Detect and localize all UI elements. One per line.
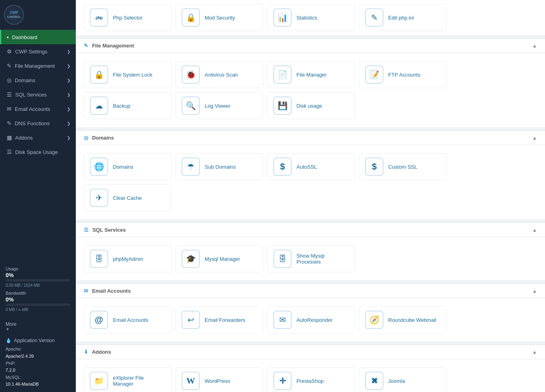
tile-label: Mysql Manager — [205, 256, 240, 262]
tile-file-system-lock[interactable]: 🔒 File System Lock — [84, 61, 172, 88]
tile-roundcube[interactable]: 🧭 Roundcube Webmail — [359, 306, 447, 333]
tile-autoresponder[interactable]: ✉ AutoResponder — [267, 306, 355, 333]
logo-area: CWPCONTROL — [0, 0, 76, 30]
usage-label: Usage — [6, 266, 70, 271]
tile-custom-ssl[interactable]: $ Custom SSL — [359, 153, 447, 180]
sidebar-item-sql-services[interactable]: ☰ SQL Services ❯ — [0, 87, 76, 102]
tile-label: Log Viewer — [205, 103, 231, 109]
tile-ftp-accounts[interactable]: 📝 FTP Accounts — [359, 61, 447, 88]
tile-phpmyadmin[interactable]: 🗄 phpMyAdmin — [84, 245, 172, 272]
sidebar-item-label: File Management — [15, 63, 55, 69]
tile-edit-phpini[interactable]: ✎ Edit php.ini — [359, 4, 447, 31]
main-content: php Php Selector 🔒 Mod Security 📊 Statis… — [76, 0, 545, 392]
ftp-accounts-icon: 📝 — [365, 65, 383, 84]
php-label: PHP: — [6, 360, 70, 367]
drop-icon: 💧 — [6, 338, 12, 343]
email-accounts-section-body: @ Email Accounts ↩ Email Forwarders ✉ Au… — [76, 298, 545, 343]
wordpress-icon: W — [182, 372, 200, 390]
custom-ssl-icon: $ — [365, 158, 383, 176]
tile-wordpress[interactable]: W WordPress — [176, 367, 263, 392]
file-management-section-header: ✎ File Management ▲ — [76, 38, 545, 53]
bandwidth-progress-bar — [6, 303, 70, 306]
tile-email-forwarders[interactable]: ↩ Email Forwarders — [176, 306, 263, 333]
tile-clear-cache[interactable]: ✈ Clear Cache — [84, 184, 172, 211]
chevron-icon: ❯ — [67, 78, 70, 83]
tile-php-selector[interactable]: php Php Selector — [84, 4, 172, 31]
mysql-value: 10.1.46-MariaDB — [6, 382, 39, 386]
top-tiles-row: php Php Selector 🔒 Mod Security 📊 Statis… — [76, 0, 545, 37]
sidebar-item-domains[interactable]: ◎ Domains ❯ — [0, 73, 76, 87]
tile-file-manager[interactable]: 📄 File Manager — [267, 61, 355, 88]
sidebar-item-email-accounts[interactable]: ✉ Email Accounts ❯ — [0, 102, 76, 116]
domains-section-body: 🌐 Domains ☂ Sub Domains $ AutoSSL $ Cust… — [76, 145, 545, 221]
email-accounts-section-header: ✉ Email Accounts ▲ — [76, 284, 545, 298]
sidebar-item-label: SQL Services — [15, 92, 47, 98]
more-label: More — [6, 321, 16, 327]
tile-log-viewer[interactable]: 🔍 Log Viewer — [176, 92, 263, 119]
tile-antivirus-scan[interactable]: 🐞 Antivirus Scan — [176, 61, 263, 88]
sidebar-item-label: Addons — [15, 135, 33, 141]
usage-value: 0% — [6, 272, 70, 278]
tile-prestashop[interactable]: ✛ PrestaShop — [267, 367, 355, 392]
show-mysql-icon: 🗄 — [273, 250, 292, 268]
tile-label: AutoSSL — [296, 164, 317, 170]
domains-collapse-button[interactable]: ▲ — [532, 135, 537, 141]
sql-collapse-button[interactable]: ▲ — [532, 227, 537, 233]
tile-statistics[interactable]: 📊 Statistics — [267, 4, 355, 31]
more-section[interactable]: More ▼ — [0, 319, 76, 334]
domains-icon: 🌐 — [90, 158, 108, 176]
tile-label: Antivirus Scan — [205, 72, 238, 78]
usage-progress-bar — [6, 279, 70, 282]
tile-extplorer[interactable]: 📁 eXtplorer File Manager — [84, 367, 172, 392]
tile-label: Domains — [113, 164, 133, 170]
addons-header-label: Addons — [92, 349, 111, 355]
joomla-icon: ✖ — [365, 372, 383, 390]
autoresponder-icon: ✉ — [273, 311, 292, 329]
file-management-section-body: 🔒 File System Lock 🐞 Antivirus Scan 📄 Fi… — [76, 53, 545, 129]
domains-icon: ◎ — [7, 77, 12, 83]
tile-sub-domains[interactable]: ☂ Sub Domains — [176, 153, 263, 180]
email-collapse-button[interactable]: ▲ — [532, 288, 537, 294]
tile-label: PrestaShop — [296, 378, 324, 384]
tile-label: phpMyAdmin — [113, 256, 143, 262]
email-accounts-icon: @ — [90, 311, 108, 329]
tile-email-accounts[interactable]: @ Email Accounts — [84, 306, 172, 333]
mysql-manager-icon: 🎓 — [182, 250, 200, 268]
sidebar-item-addons[interactable]: ▦ Addons ❯ — [0, 130, 76, 145]
sidebar-item-cwp-settings[interactable]: ⚙ CWP Settings ❯ — [0, 44, 76, 59]
bandwidth-detail: 0 MB / ∞ MB — [6, 307, 70, 312]
tile-label: Mod Security — [205, 15, 235, 21]
more-dropdown-icon: ▼ — [6, 327, 70, 331]
tile-label: eXtplorer File Manager — [113, 375, 166, 387]
statistics-icon: 📊 — [273, 8, 292, 27]
tile-autossl[interactable]: $ AutoSSL — [267, 153, 355, 180]
autossl-icon: $ — [273, 158, 292, 176]
sidebar-item-file-management[interactable]: ✎ File Management ❯ — [0, 59, 76, 73]
sidebar-item-label: CWP Settings — [15, 49, 47, 55]
addons-header-content: ⬇ Addons — [84, 349, 111, 355]
addons-section-icon: ⬇ — [84, 349, 88, 355]
tile-domains[interactable]: 🌐 Domains — [84, 153, 172, 180]
sidebar-item-disk-space[interactable]: ☰ Disk Space Usage — [0, 145, 76, 159]
tile-mod-security[interactable]: 🔒 Mod Security — [176, 4, 263, 31]
sidebar-item-dns-functions[interactable]: ✎ DNS Functions ❯ — [0, 116, 76, 130]
addons-section-body: 📁 eXtplorer File Manager W WordPress ✛ P… — [76, 359, 545, 392]
sidebar-item-label: Domains — [15, 77, 35, 83]
file-management-collapse-button[interactable]: ▲ — [532, 43, 537, 49]
tile-show-mysql[interactable]: 🗄 Show Mysql Processes — [267, 245, 355, 272]
tile-label: Statistics — [296, 15, 317, 21]
extplorer-icon: 📁 — [90, 372, 108, 390]
addons-collapse-button[interactable]: ▲ — [532, 349, 537, 355]
tile-mysql-manager[interactable]: 🎓 Mysql Manager — [176, 245, 263, 272]
chevron-icon: ❯ — [67, 121, 70, 126]
tile-joomla[interactable]: ✖ Joomla — [359, 367, 447, 392]
log-viewer-icon: 🔍 — [182, 97, 200, 115]
roundcube-icon: 🧭 — [365, 311, 383, 329]
tile-backup[interactable]: ☁ Backup — [84, 92, 172, 119]
sql-services-section-header: ☰ SQL Services ▲ — [76, 223, 545, 237]
sql-section-icon: ☰ — [84, 227, 89, 233]
prestashop-icon: ✛ — [273, 372, 292, 390]
file-management-section-icon: ✎ — [84, 43, 88, 49]
sidebar-item-dashboard[interactable]: ▪ Dashboard — [0, 30, 76, 44]
tile-disk-usage[interactable]: 💾 Disk usage — [267, 92, 355, 119]
